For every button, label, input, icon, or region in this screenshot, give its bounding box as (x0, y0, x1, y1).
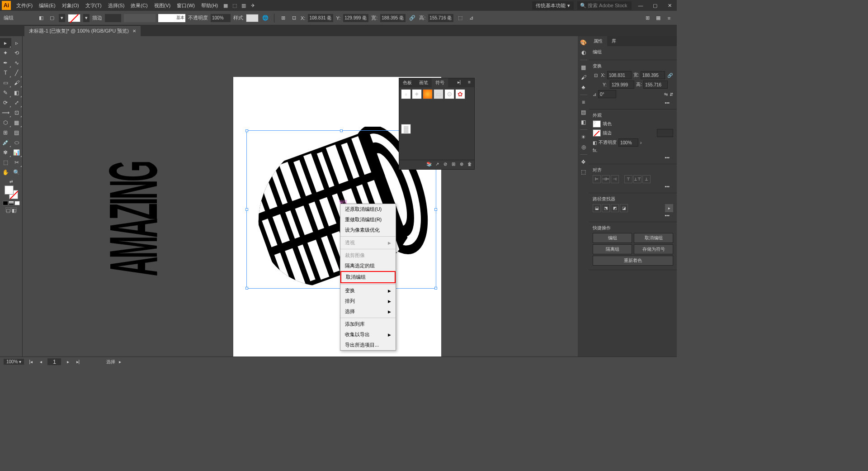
tool-shape-builder[interactable]: ⬡ (0, 118, 11, 128)
tool-blend[interactable]: ⬭ (11, 138, 23, 147)
window-maximize[interactable]: ▢ (650, 3, 660, 9)
tool-scale[interactable]: ⤢ (11, 98, 23, 108)
tool-rectangle[interactable]: ▭ (0, 78, 11, 88)
handle-tl[interactable] (245, 129, 248, 132)
context-menu-item[interactable]: 添加到库 (340, 319, 396, 329)
tool-gradient[interactable]: ▤ (11, 128, 23, 138)
link-icon[interactable]: 🔗 (667, 71, 673, 79)
tool-eyedropper[interactable]: 💉 (0, 138, 11, 147)
tool-type[interactable]: T (0, 68, 11, 78)
dock-swatches-icon[interactable]: ▦ (579, 63, 588, 72)
tool-eraser[interactable]: ◧ (11, 88, 23, 98)
prop-opacity[interactable] (618, 138, 638, 147)
dock-colorguide-icon[interactable]: ◐ (579, 48, 588, 57)
tool-mesh[interactable]: ⊞ (0, 128, 11, 138)
prop-y[interactable] (610, 81, 634, 89)
h-input[interactable] (428, 14, 453, 22)
opacity-input[interactable] (211, 14, 231, 22)
tool-magic-wand[interactable]: ✦ (0, 48, 11, 58)
context-menu-item[interactable]: 重做取消编组(R) (340, 214, 396, 225)
align-left-icon[interactable]: ⊢ (593, 175, 601, 183)
prop-h[interactable] (643, 81, 668, 89)
btn-group[interactable]: 编组 (593, 233, 632, 243)
tool-symbol-sprayer[interactable]: ✾ (0, 147, 11, 157)
btn-save-symbol[interactable]: 存储为符号 (634, 244, 673, 254)
dock-stroke-icon[interactable]: ≡ (579, 98, 588, 107)
menu-icon-1[interactable]: ▦ (222, 1, 230, 10)
fill-color[interactable]: ? (593, 120, 601, 128)
dock-layers-icon[interactable]: ❖ (579, 157, 588, 167)
pathfinder-expand[interactable]: ▸ (665, 204, 673, 212)
tab-properties[interactable]: 属性 (589, 36, 607, 46)
align-icon[interactable]: ⊞ (279, 14, 287, 22)
screen-mode-icon[interactable]: ▢ (5, 207, 11, 212)
symbol-delete-icon[interactable]: 🗑 (467, 162, 473, 168)
dock-styles-icon[interactable]: ◎ (579, 143, 588, 152)
brush-profile[interactable]: 基本 (158, 14, 185, 22)
arrange-icon-2[interactable]: ▦ (654, 14, 662, 22)
prop-angle[interactable] (598, 90, 616, 98)
symbol-new-icon[interactable]: ⊕ (458, 162, 465, 168)
btn-isolate[interactable]: 隔离组 (593, 244, 632, 254)
align-bottom-icon[interactable]: ⊥ (642, 175, 651, 183)
tab-close-icon[interactable]: ✕ (132, 29, 136, 33)
stroke-profile-dropdown[interactable] (124, 14, 156, 22)
stroke-none-swatch[interactable] (68, 14, 80, 22)
globe-icon[interactable]: 🌐 (261, 14, 269, 22)
dock-color-icon[interactable]: 🎨 (579, 38, 588, 47)
color-mode-gradient[interactable] (9, 201, 14, 205)
context-menu-item[interactable]: 选择▶ (340, 306, 396, 317)
menu-effect[interactable]: 效果(C) (128, 1, 150, 10)
btn-ungroup[interactable]: 取消编组 (634, 233, 673, 243)
stroke-weight[interactable] (657, 129, 673, 137)
window-minimize[interactable]: — (635, 3, 646, 8)
stroke-swatch-icon[interactable]: ▢ (48, 14, 56, 22)
search-stock[interactable]: 🔍 搜索 Adobe Stock (577, 1, 632, 10)
context-menu-item[interactable]: 排列▶ (340, 296, 396, 306)
tool-artboard[interactable]: ⬚ (0, 157, 11, 167)
window-close[interactable]: ✕ (664, 3, 675, 9)
symbol-thumb[interactable]: ▭ (434, 89, 443, 99)
nav-first-icon[interactable]: |◂ (28, 359, 34, 364)
dock-artboards-icon[interactable]: ⬚ (579, 167, 588, 176)
symbol-thumb[interactable]: ⚙ (444, 89, 454, 99)
tool-pen[interactable]: ✒ (0, 58, 11, 68)
dock-transparency-icon[interactable]: ◧ (579, 118, 588, 127)
symbol-place-icon[interactable]: ↗ (434, 162, 440, 168)
symbol-thumb[interactable]: ▫ (401, 89, 411, 99)
nav-last-icon[interactable]: ▸| (75, 359, 81, 364)
context-menu-item[interactable]: 取消编组 (340, 271, 396, 283)
align-vcenter-icon[interactable]: ⊥⊤ (633, 175, 642, 183)
reference-point[interactable]: ⊡ (593, 71, 599, 79)
dock-gradient-icon[interactable]: ▤ (579, 108, 588, 117)
zoom-level[interactable]: 100% ▾ (4, 359, 24, 365)
menu-view[interactable]: 视图(V) (151, 1, 174, 10)
stroke-weight-input[interactable] (105, 14, 121, 22)
context-menu-item[interactable]: 隔离选定的组 (340, 261, 396, 271)
dock-appearance-icon[interactable]: ☀ (579, 133, 588, 142)
menu-select[interactable]: 选择(S) (105, 1, 127, 10)
transform-icon[interactable]: ⊿ (467, 14, 475, 22)
symbol-thumb[interactable] (423, 89, 433, 99)
fx-label[interactable]: fx. (593, 148, 598, 153)
fill-swatch-icon[interactable]: ◧ (37, 14, 45, 22)
tab-brushes[interactable]: 画笔 (415, 78, 432, 87)
tool-free-transform[interactable]: ⊡ (11, 108, 23, 118)
handle-tm[interactable] (340, 129, 343, 132)
dock-brushes-icon[interactable]: 🖌 (579, 73, 588, 82)
pathfinder-exclude-icon[interactable]: ◪ (620, 204, 628, 212)
x-input[interactable] (308, 14, 333, 22)
tab-symbols[interactable]: 符号 (432, 78, 448, 87)
menu-help[interactable]: 帮助(H) (198, 1, 221, 10)
stroke-color[interactable] (593, 129, 601, 137)
tool-lasso[interactable]: ⟲ (11, 48, 23, 58)
menu-type[interactable]: 文字(T) (83, 1, 104, 10)
pathfinder-minus-icon[interactable]: ⬔ (602, 204, 610, 212)
more-options-icon[interactable]: ••• (593, 212, 673, 219)
menu-icon[interactable]: ≡ (665, 14, 673, 22)
pathfinder-unite-icon[interactable]: ⬓ (593, 204, 601, 212)
artboard-page[interactable] (47, 358, 61, 365)
symbol-thumb[interactable]: ✿ (455, 89, 465, 99)
handle-ml[interactable] (245, 208, 248, 211)
tab-libraries[interactable]: 库 (607, 36, 621, 46)
